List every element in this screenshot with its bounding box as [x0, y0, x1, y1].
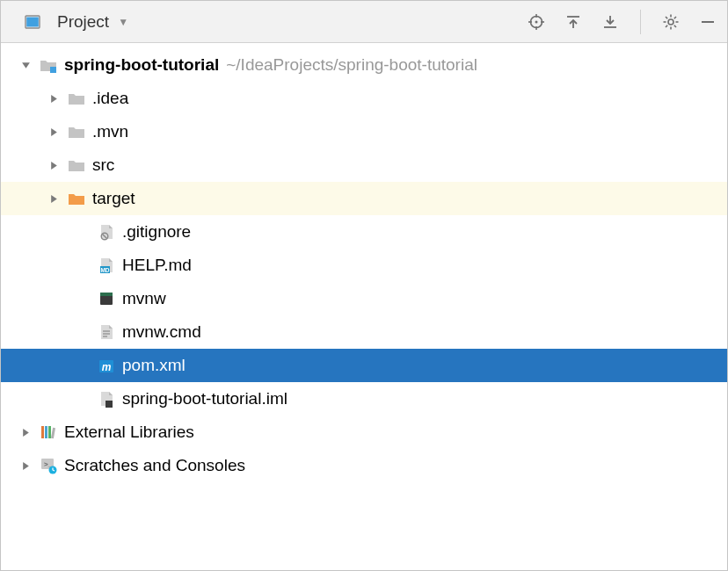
- collapse-arrow-icon[interactable]: [45, 194, 62, 204]
- tree-node-label: target: [92, 189, 135, 208]
- svg-line-20: [674, 17, 676, 18]
- tree-node-label: Scratches and Consoles: [64, 456, 245, 475]
- tree-node-label: mvnw.cmd: [122, 322, 201, 342]
- tree-node-src[interactable]: src: [1, 148, 727, 182]
- svg-line-18: [674, 25, 676, 26]
- tree-node-label: spring-boot-tutorial.iml: [122, 389, 288, 408]
- file-ignore-icon: [96, 221, 117, 242]
- tree-node-label: .mvn: [92, 122, 128, 141]
- module-file-icon: [96, 388, 117, 409]
- module-folder-icon: [38, 54, 59, 76]
- svg-rect-36: [45, 426, 47, 438]
- svg-line-19: [666, 25, 667, 26]
- text-file-icon: [96, 322, 117, 343]
- excluded-folder-icon: [66, 188, 87, 209]
- expand-all-button[interactable]: [563, 11, 584, 33]
- tree-node-label: spring-boot-tutorial: [64, 55, 219, 75]
- tree-node-mvnwcmd[interactable]: mvnw.cmd: [1, 315, 727, 349]
- dropdown-arrow-icon: ▼: [118, 16, 128, 28]
- collapse-arrow-icon[interactable]: [17, 461, 34, 471]
- markdown-file-icon: MD: [96, 255, 117, 276]
- project-view-icon: [22, 11, 43, 33]
- collapse-arrow-icon[interactable]: [45, 94, 62, 104]
- project-tool-panel: Project ▼: [0, 0, 728, 571]
- collapse-arrow-icon[interactable]: [45, 161, 62, 170]
- svg-point-12: [668, 19, 673, 25]
- tree-node-gitignore[interactable]: .gitignore: [1, 215, 727, 249]
- folder-icon: [66, 88, 87, 109]
- scratches-icon: >_: [38, 455, 59, 476]
- svg-rect-28: [100, 293, 113, 296]
- svg-text:m: m: [102, 361, 112, 373]
- tree-node-external-libs[interactable]: External Libraries: [1, 416, 727, 449]
- tree-node-root[interactable]: spring-boot-tutorial ~/IdeaProjects/spri…: [1, 48, 727, 82]
- tree-node-mvn[interactable]: .mvn: [1, 115, 727, 148]
- libraries-icon: [38, 422, 59, 443]
- view-mode-label: Project: [57, 12, 109, 32]
- tree-node-label: mvnw: [122, 289, 166, 308]
- tree-node-pom[interactable]: m pom.xml: [1, 349, 727, 382]
- hide-button[interactable]: [697, 11, 718, 33]
- expand-arrow-icon[interactable]: [17, 61, 34, 70]
- project-tree[interactable]: spring-boot-tutorial ~/IdeaProjects/spri…: [1, 43, 727, 570]
- svg-rect-22: [50, 67, 56, 73]
- svg-point-7: [535, 20, 538, 23]
- svg-rect-34: [106, 401, 113, 408]
- tree-node-label: pom.xml: [122, 356, 186, 375]
- toolbar-divider: [640, 10, 641, 34]
- svg-line-17: [666, 17, 667, 18]
- toolbar-right: [526, 10, 718, 34]
- tree-node-idea[interactable]: .idea: [1, 82, 727, 115]
- settings-button[interactable]: [660, 11, 681, 33]
- svg-rect-38: [51, 428, 55, 438]
- collapse-arrow-icon[interactable]: [17, 428, 34, 437]
- svg-rect-37: [48, 426, 51, 438]
- folder-icon: [66, 155, 87, 176]
- tree-node-helpmd[interactable]: MD HELP.md: [1, 249, 727, 282]
- tree-node-label: src: [92, 155, 114, 175]
- tree-node-scratches[interactable]: >_ Scratches and Consoles: [1, 449, 727, 482]
- toolbar-left: Project ▼: [18, 11, 526, 33]
- folder-icon: [66, 121, 87, 142]
- tree-node-path: ~/IdeaProjects/spring-boot-tutorial: [226, 55, 477, 75]
- tree-node-label: External Libraries: [64, 423, 194, 442]
- tree-node-mvnw[interactable]: mvnw: [1, 282, 727, 315]
- view-mode-dropdown[interactable]: Project ▼: [18, 11, 128, 33]
- exec-file-icon: [96, 288, 117, 309]
- maven-file-icon: m: [96, 355, 117, 376]
- project-toolbar: Project ▼: [1, 1, 727, 43]
- collapse-arrow-icon[interactable]: [45, 127, 62, 137]
- svg-rect-35: [41, 426, 44, 438]
- tree-node-label: HELP.md: [122, 256, 192, 275]
- svg-rect-1: [26, 17, 39, 26]
- tree-node-target[interactable]: target: [1, 182, 727, 215]
- locate-button[interactable]: [526, 11, 547, 33]
- tree-node-label: .gitignore: [122, 222, 191, 242]
- collapse-all-button[interactable]: [600, 11, 621, 33]
- tree-node-iml[interactable]: spring-boot-tutorial.iml: [1, 382, 727, 416]
- tree-node-label: .idea: [92, 89, 128, 108]
- svg-text:MD: MD: [100, 267, 109, 273]
